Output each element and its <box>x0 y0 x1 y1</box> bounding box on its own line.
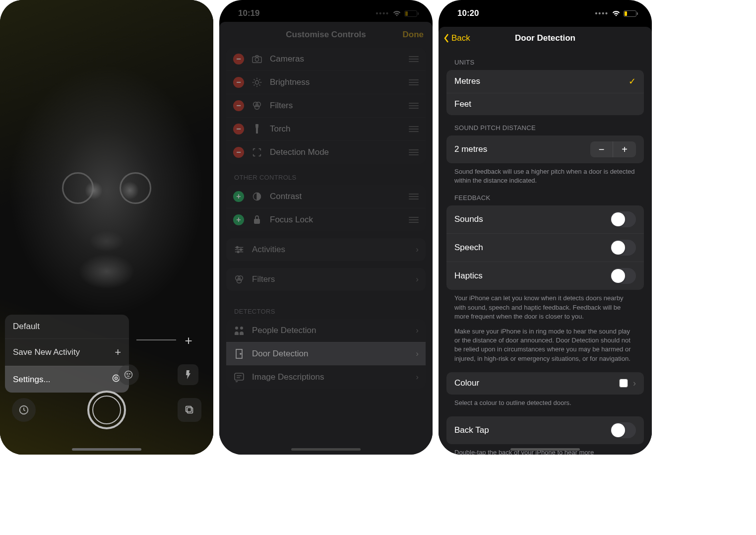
menu-item-label: Save New Activity <box>13 347 80 357</box>
remove-icon[interactable]: − <box>233 54 244 65</box>
unit-option-feet[interactable]: Feet <box>446 93 644 115</box>
detector-row-door[interactable]: Door Detection › <box>226 342 426 365</box>
feedback-sounds-row: Sounds <box>446 205 644 233</box>
chevron-right-icon: › <box>416 326 419 335</box>
remove-icon[interactable]: − <box>233 77 244 88</box>
door-detection-settings-screen: 10:20 •••• 16 Back Door Detection UNITS … <box>439 0 652 455</box>
back-tap-row-container: Back Tap <box>446 416 644 444</box>
svg-rect-27 <box>235 373 244 380</box>
detector-row-people[interactable]: People Detection › <box>226 319 426 342</box>
control-row-brightness[interactable]: − Brightness <box>226 70 426 94</box>
done-button[interactable]: Done <box>403 30 424 40</box>
cellular-icon: •••• <box>595 9 609 17</box>
customise-sheet: Customise Controls Done − Cameras − Brig… <box>219 22 433 455</box>
sounds-toggle[interactable] <box>610 211 636 227</box>
pitch-distance-row: 2 metres − + <box>446 135 644 163</box>
brightness-icon <box>251 76 263 88</box>
svg-rect-16 <box>254 219 260 224</box>
activities-row[interactable]: Activities › <box>226 238 426 261</box>
row-label: Haptics <box>454 271 483 281</box>
activities-button[interactable] <box>12 398 36 422</box>
stepper-minus-button[interactable]: − <box>590 141 613 157</box>
svg-point-26 <box>240 353 241 354</box>
capture-button[interactable] <box>87 391 126 429</box>
zoom-plus-button[interactable]: + <box>179 331 198 350</box>
filters-icon <box>233 273 245 285</box>
svg-point-17 <box>237 247 239 249</box>
menu-item-default[interactable]: Default <box>5 315 129 338</box>
torch-button[interactable] <box>178 364 198 385</box>
svg-point-23 <box>235 327 238 330</box>
row-label: Torch <box>270 124 291 134</box>
home-indicator[interactable] <box>510 448 580 451</box>
chevron-right-icon: › <box>416 349 419 359</box>
zoom-slider-track[interactable] <box>136 339 176 340</box>
back-tap-toggle[interactable] <box>610 422 636 438</box>
control-row-focus-lock[interactable]: + Focus Lock <box>226 208 426 231</box>
row-label: Filters <box>270 101 293 111</box>
svg-point-18 <box>240 249 242 251</box>
svg-rect-6 <box>187 407 192 413</box>
status-time: 10:20 <box>457 8 479 18</box>
colour-swatch <box>619 379 628 388</box>
contrast-icon <box>251 191 263 202</box>
units-list: Metres ✓ Feet <box>446 70 644 115</box>
remove-icon[interactable]: − <box>233 100 244 111</box>
drag-handle-icon[interactable] <box>409 79 419 85</box>
remove-icon[interactable]: − <box>233 124 244 134</box>
sliders-icon <box>233 244 245 256</box>
svg-point-3 <box>127 374 128 375</box>
colour-row[interactable]: Colour › <box>446 372 644 395</box>
detection-face-button[interactable] <box>118 364 139 385</box>
people-icon <box>233 325 245 336</box>
svg-point-12 <box>256 102 260 107</box>
svg-point-13 <box>254 105 259 109</box>
pitch-distance-control: 2 metres − + <box>446 135 644 163</box>
back-button[interactable]: Back <box>443 33 470 43</box>
row-label: People Detection <box>252 326 316 335</box>
sheet-title: Customise Controls <box>286 30 366 40</box>
plus-icon: + <box>115 346 121 359</box>
feedback-footer-1: Your iPhone can let you know when it det… <box>439 290 652 321</box>
stepper-plus-button[interactable]: + <box>613 141 636 157</box>
row-label: Cameras <box>270 54 304 64</box>
drag-handle-icon[interactable] <box>409 194 419 200</box>
filters-icon <box>251 100 263 112</box>
filters-nav-row[interactable]: Filters › <box>226 268 426 291</box>
haptics-toggle[interactable] <box>610 268 636 284</box>
unit-option-metres[interactable]: Metres ✓ <box>446 70 644 93</box>
row-label: Focus Lock <box>270 215 313 225</box>
detector-row-image-descriptions[interactable]: Image Descriptions › <box>226 365 426 389</box>
battery-indicator: 16 <box>624 10 638 17</box>
control-row-filters[interactable]: − Filters <box>226 94 426 117</box>
remove-icon[interactable]: − <box>233 147 244 158</box>
row-label: Activities <box>252 245 285 255</box>
svg-point-9 <box>255 58 258 61</box>
drag-handle-icon[interactable] <box>409 56 419 62</box>
feedback-haptics-row: Haptics <box>446 262 644 290</box>
menu-item-save-new-activity[interactable]: Save New Activity + <box>5 338 129 366</box>
drag-handle-icon[interactable] <box>409 217 419 223</box>
multi-capture-button[interactable] <box>178 398 201 422</box>
svg-point-1 <box>115 377 118 380</box>
control-row-torch[interactable]: − Torch <box>226 117 426 140</box>
home-indicator[interactable] <box>72 448 141 451</box>
drag-handle-icon[interactable] <box>409 103 419 109</box>
drag-handle-icon[interactable] <box>409 126 419 132</box>
drag-handle-icon[interactable] <box>409 149 419 155</box>
bottom-toolbar <box>0 385 213 435</box>
svg-point-4 <box>129 374 130 375</box>
image-desc-icon <box>233 371 245 383</box>
detection-icon <box>251 146 263 158</box>
battery-indicator: 16 <box>404 10 419 17</box>
control-row-detection-mode[interactable]: − Detection Mode <box>226 140 426 164</box>
control-row-cameras[interactable]: − Cameras <box>226 48 426 70</box>
control-row-contrast[interactable]: + Contrast <box>226 185 426 208</box>
chevron-left-icon <box>443 33 449 43</box>
speech-toggle[interactable] <box>610 240 636 256</box>
add-icon[interactable]: + <box>233 214 244 225</box>
add-icon[interactable]: + <box>233 191 244 202</box>
pitch-footer-text: Sound feedback will use a higher pitch w… <box>439 163 652 185</box>
chevron-right-icon: › <box>416 274 419 284</box>
home-indicator[interactable] <box>291 448 361 451</box>
